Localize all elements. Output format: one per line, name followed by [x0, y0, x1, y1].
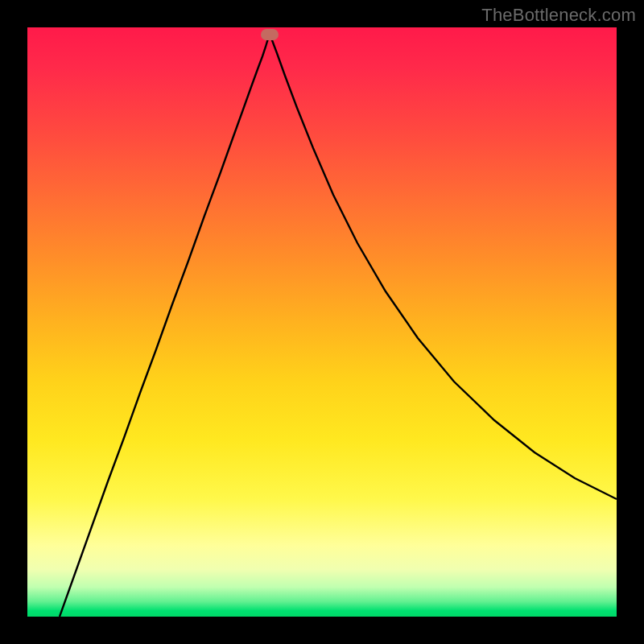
plot-area [27, 27, 617, 617]
curve-left-branch [60, 35, 270, 617]
curve-svg [27, 27, 617, 617]
curve-right-branch [270, 35, 617, 499]
minimum-marker [261, 29, 279, 40]
chart-frame: TheBottleneck.com [0, 0, 644, 644]
watermark-text: TheBottleneck.com [481, 5, 636, 26]
